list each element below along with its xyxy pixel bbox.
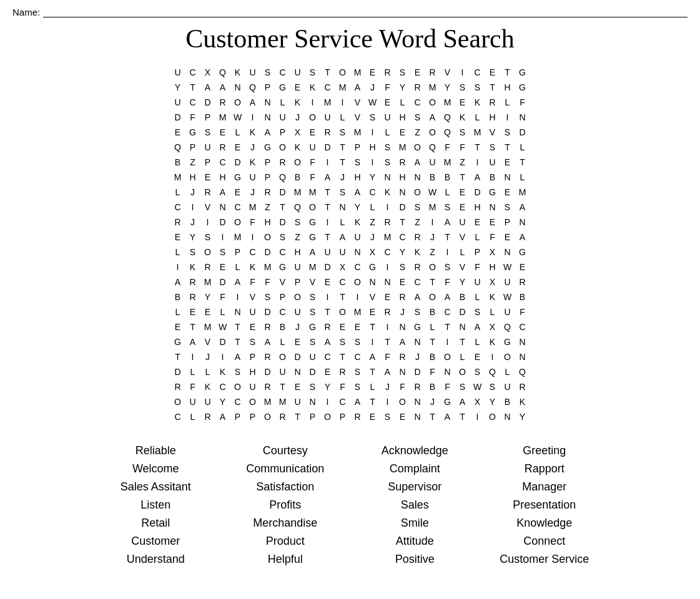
- grid-cell: N: [260, 95, 275, 110]
- grid-cell: L: [230, 260, 245, 275]
- grid-cell: F: [305, 170, 320, 185]
- grid-cell: G: [410, 319, 425, 334]
- grid-cell: C: [185, 95, 200, 110]
- grid-cell: T: [275, 379, 290, 394]
- word-item: Acknowledge: [353, 443, 477, 459]
- grid-cell: A: [215, 80, 230, 95]
- grid-cell: S: [305, 304, 320, 319]
- grid-cell: T: [320, 185, 335, 200]
- grid-cell: I: [335, 95, 350, 110]
- grid-cell: D: [170, 364, 185, 379]
- grid-cell: M: [425, 80, 440, 95]
- grid-cell: K: [290, 95, 305, 110]
- grid-cell: Y: [170, 80, 185, 95]
- grid-cell: B: [515, 290, 530, 304]
- grid-cell: T: [320, 65, 335, 80]
- grid-cell: U: [275, 364, 290, 379]
- grid-cell: Z: [455, 155, 470, 170]
- grid-cell: U: [335, 245, 350, 260]
- grid-cell: N: [230, 304, 245, 319]
- grid-cell: O: [335, 65, 350, 80]
- grid-cell: U: [320, 245, 335, 260]
- word-item: Communication: [224, 461, 347, 477]
- grid-cell: W: [425, 185, 440, 200]
- grid-cell: T: [185, 319, 200, 334]
- grid-cell: Q: [245, 80, 260, 95]
- grid-cell: D: [515, 125, 530, 140]
- grid-cell: U: [245, 65, 260, 80]
- grid-cell: F: [380, 349, 395, 364]
- grid-cell: C: [410, 95, 425, 110]
- grid-cell: B: [500, 394, 515, 409]
- grid-cell: E: [320, 364, 335, 379]
- grid-cell: T: [425, 334, 440, 349]
- grid-cell: I: [215, 230, 230, 245]
- grid-cell: D: [275, 185, 290, 200]
- grid-cell: R: [485, 95, 500, 110]
- word-item: Sales Assitant: [94, 479, 218, 495]
- grid-cell: R: [275, 155, 290, 170]
- grid-cell: T: [425, 275, 440, 290]
- grid-cell: D: [320, 140, 335, 155]
- grid-cell: R: [395, 349, 410, 364]
- grid-cell: S: [305, 379, 320, 394]
- grid-cell: S: [395, 65, 410, 80]
- grid-cell: T: [515, 155, 530, 170]
- grid-cell: Q: [440, 110, 455, 125]
- grid-cell: E: [455, 185, 470, 200]
- grid-cell: E: [500, 185, 515, 200]
- grid-cell: T: [335, 155, 350, 170]
- word-item: Greeting: [483, 443, 606, 459]
- grid-cell: S: [485, 140, 500, 155]
- grid-cell: W: [500, 290, 515, 304]
- grid-cell: G: [185, 125, 200, 140]
- grid-cell: L: [185, 364, 200, 379]
- grid-cell: H: [485, 110, 500, 125]
- grid-cell: A: [215, 409, 230, 424]
- grid-cell: O: [350, 275, 365, 290]
- grid-cell: K: [305, 80, 320, 95]
- grid-cell: C: [170, 409, 185, 424]
- grid-cell: C: [320, 349, 335, 364]
- grid-cell: L: [515, 170, 530, 185]
- grid-cell: O: [305, 200, 320, 215]
- word-item: Customer Service: [483, 552, 606, 567]
- grid-cell: Z: [290, 230, 305, 245]
- grid-cell: E: [395, 125, 410, 140]
- grid-cell: U: [485, 155, 500, 170]
- grid-cell: M: [425, 200, 440, 215]
- grid-cell: G: [230, 170, 245, 185]
- grid-cell: O: [260, 230, 275, 245]
- grid-cell: C: [320, 80, 335, 95]
- grid-cell: M: [290, 185, 305, 200]
- grid-cell: W: [215, 319, 230, 334]
- grid-cell: K: [515, 394, 530, 409]
- grid-cell: R: [275, 409, 290, 424]
- grid-cell: V: [350, 95, 365, 110]
- grid-cell: R: [185, 290, 200, 304]
- grid-cell: Q: [425, 140, 440, 155]
- grid-cell: M: [380, 230, 395, 245]
- grid-cell: N: [230, 80, 245, 95]
- grid-cell: B: [485, 170, 500, 185]
- grid-cell: D: [260, 364, 275, 379]
- grid-cell: U: [305, 140, 320, 155]
- grid-cell: M: [350, 125, 365, 140]
- grid-cell: C: [365, 185, 380, 200]
- grid-cell: A: [170, 275, 185, 290]
- grid-cell: S: [305, 65, 320, 80]
- grid-cell: F: [215, 290, 230, 304]
- grid-cell: Z: [425, 245, 440, 260]
- word-item: Knowledge: [483, 515, 606, 531]
- word-item: Merchandise: [224, 515, 347, 531]
- grid-cell: I: [485, 349, 500, 364]
- grid-cell: S: [290, 215, 305, 230]
- grid-cell: Y: [395, 80, 410, 95]
- grid-cell: G: [515, 245, 530, 260]
- grid-cell: A: [335, 230, 350, 245]
- grid-cell: Y: [320, 379, 335, 394]
- grid-cell: R: [260, 319, 275, 334]
- grid-cell: N: [500, 170, 515, 185]
- grid-cell: R: [260, 349, 275, 364]
- grid-cell: M: [275, 394, 290, 409]
